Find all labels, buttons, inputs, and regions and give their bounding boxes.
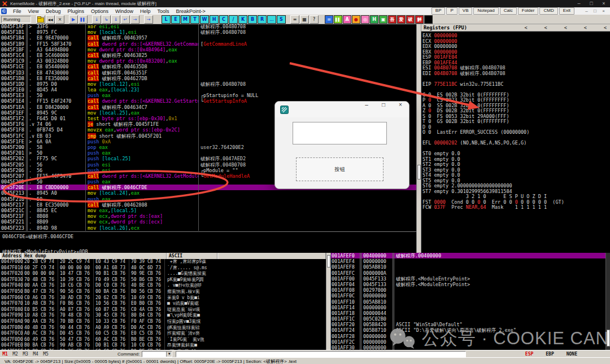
hex-dump-row[interactable]: 0047F0D060 49 CB 7650 47 CB 7660 AC CB 7… bbox=[0, 337, 326, 343]
stack-row[interactable]: 001AFF20005B8420ASCII "WinSta0\Default" bbox=[330, 322, 605, 327]
animate-over-icon[interactable]: ↵ bbox=[121, 15, 130, 24]
stack-row[interactable]: 001AFF10005AB810 bbox=[330, 299, 605, 305]
menu-plugin-button[interactable]: BP bbox=[432, 7, 446, 15]
menu-plugin-button[interactable]: P bbox=[446, 7, 457, 15]
step-into-icon[interactable]: ↓ bbox=[92, 15, 101, 24]
chevron-left-icon[interactable]: < bbox=[584, 25, 587, 30]
hex-dump-row[interactable]: 0047F0B040 4B CB 7690 44 CB 76A0 A9 CB 7… bbox=[0, 325, 326, 331]
register-line[interactable]: T 0 GS 002B 32bit 0(FFFFFFFF) bbox=[420, 119, 610, 125]
dialog-button[interactable]: 按钮 bbox=[296, 157, 384, 181]
menu-plugin-button[interactable]: Exit bbox=[559, 7, 574, 15]
disasm-row[interactable]: 0045F1C4.E8 5C460000call 破解程序.00463825 bbox=[0, 52, 416, 58]
menu-item[interactable]: Plugins bbox=[64, 8, 88, 14]
stack-scrollbar[interactable] bbox=[605, 253, 610, 350]
hex-dump-row[interactable]: 0047F060C0 A6 CB 7630 AD CB 7620 62 CB 7… bbox=[0, 295, 326, 301]
toolbar-letter-b[interactable]: B bbox=[248, 15, 257, 24]
plugin-swirl-icon[interactable]: ◎ bbox=[361, 15, 369, 24]
stack-row[interactable]: 001AFEF400000000 bbox=[330, 258, 605, 264]
toolbar-letter-/[interactable]: / bbox=[229, 15, 238, 24]
hex-dump-row[interactable]: 0047F07010 AB CB 76F0 B6 CB 7610 56 CB 7… bbox=[0, 301, 326, 307]
plugin-blue-icon[interactable]: = bbox=[325, 15, 333, 24]
flag-none[interactable]: NONE bbox=[567, 352, 577, 357]
disasm-row[interactable]: 0045F213.8945 A0mov [local.24],eax bbox=[0, 190, 416, 196]
disasm-row[interactable]: 0045F1DD.8975 D0mov [local.12],esi破解程序.0… bbox=[0, 81, 416, 87]
help-icon[interactable]: ? bbox=[310, 15, 319, 24]
mdi-minimize-icon[interactable]: – bbox=[582, 8, 591, 14]
toolbar-letter-t[interactable]: T bbox=[190, 15, 199, 24]
register-line[interactable]: O 0 LastErr ERROR_SUCCESS (00000000) bbox=[420, 130, 610, 135]
stack-row[interactable]: 001AFF040045F133破解程序.<ModuleEntryPoint> bbox=[330, 282, 605, 287]
disasm-row[interactable]: 0045F1C9.A3 00324B00mov dword ptr ds:[0x… bbox=[0, 58, 416, 64]
chevron-down-icon[interactable]: ▼ bbox=[166, 352, 172, 357]
mdi-restore-icon[interactable]: □ bbox=[591, 8, 599, 14]
stack-row[interactable]: 001AFF1400000000 bbox=[330, 305, 605, 310]
plugin-jie-icon[interactable]: 解 bbox=[415, 15, 424, 24]
menu-plugin-button[interactable]: VB bbox=[459, 7, 473, 15]
plugin-ai-icon[interactable]: 爱 bbox=[397, 15, 406, 24]
memory-tab-m4[interactable]: M4 bbox=[30, 352, 41, 357]
disasm-row[interactable]: 0045F1D3.E8 47430000call 破解程序.0046351F bbox=[0, 70, 416, 76]
stack-row[interactable]: 001AFF0800297000 bbox=[330, 287, 605, 293]
plugin-orange-dot-icon[interactable]: ● bbox=[352, 15, 360, 24]
log-list-icon[interactable]: ≡ bbox=[290, 15, 299, 24]
disasm-row[interactable]: 0045F1B1.8975 FCmov [local.1],esi破解程序.00… bbox=[0, 29, 416, 35]
register-line[interactable]: EIP 775E11BC win32u.775E11BC bbox=[420, 82, 610, 87]
chevron-left-icon[interactable]: < bbox=[524, 25, 527, 30]
stack-row[interactable]: 001AFF000045F133破解程序.<ModuleEntryPoint> bbox=[330, 276, 605, 282]
windows-grid-icon[interactable]: ▦ bbox=[300, 15, 309, 24]
registers-pane[interactable]: Registers (FPU) <<<<< EAX 00000000ECX 00… bbox=[420, 24, 610, 253]
dialog-title-bar[interactable]: – □ × bbox=[275, 102, 409, 117]
menu-plugin-button[interactable]: Folder bbox=[518, 7, 539, 15]
step-over-icon[interactable]: ↳ bbox=[102, 15, 111, 24]
toolbar-letter-m[interactable]: M bbox=[181, 15, 190, 24]
disasm-row[interactable]: 0045F216.50push eax bbox=[0, 196, 416, 202]
plugin-po-icon[interactable]: 破 bbox=[406, 15, 415, 24]
maximize-icon[interactable]: □ bbox=[585, 0, 598, 7]
stack-row[interactable]: 001AFF24005B8710ASCII "D:\吾爱破解\逆向\易语言\破解… bbox=[330, 327, 605, 333]
hex-dump-row[interactable]: 0047F0A090 AA CB 7670 BB CB 7610 33 CB 7… bbox=[0, 319, 326, 325]
dialog-minimize-icon[interactable]: – bbox=[358, 102, 375, 117]
stack-row[interactable]: 001AFF2800000000 bbox=[330, 334, 605, 339]
hex-dump-row[interactable]: 0047F09010 A8 CB 7670 48 CB 7630 45 CB 7… bbox=[0, 313, 326, 319]
disasm-row[interactable]: 0045F217.E8 EC350000call 破解程序.00462808 bbox=[0, 202, 416, 208]
menu-plugin-button[interactable]: CMD bbox=[539, 7, 557, 15]
hex-dump-row[interactable]: 0047F04000 AA CB 7610 C6 CB 76D0 C0 CB 7… bbox=[0, 283, 326, 289]
hex-dump-row[interactable]: 0047F0E0B0 BA CB 7690 AB CB 76D0 B1 CB 7… bbox=[0, 343, 326, 349]
execute-till-return-icon[interactable]: → bbox=[130, 15, 140, 24]
disasm-row[interactable]: 0045F1E0.8D45 A4lea eax,[local.23] bbox=[0, 87, 416, 93]
dump-scrollbar[interactable] bbox=[326, 253, 331, 350]
open-file-icon[interactable] bbox=[36, 15, 45, 24]
plugin-monitor-icon[interactable]: ▣ bbox=[379, 15, 387, 24]
stack-row[interactable]: 001AFEF8005AB810 bbox=[330, 264, 605, 270]
go-to-address-icon[interactable]: → bbox=[144, 15, 153, 24]
stack-row[interactable]: 001AFF0C00000000 bbox=[330, 293, 605, 299]
stack-row[interactable]: 001AFEFC0000000A bbox=[330, 270, 605, 276]
hex-dump-row[interactable]: 0047F0C0A0 AC CB 76D0 45 CB 7660 C5 CB 7… bbox=[0, 331, 326, 337]
stack-row[interactable]: 001AFF1C005C02B0 bbox=[330, 316, 605, 322]
memory-tab-m1[interactable]: M1 bbox=[0, 352, 10, 357]
mdi-close-icon[interactable]: × bbox=[599, 8, 608, 14]
dialog-edit-box[interactable] bbox=[293, 122, 387, 144]
menu-item[interactable]: Debug bbox=[42, 8, 64, 14]
plugin-green-pause-icon[interactable]: ▌▌ bbox=[334, 15, 342, 24]
toolbar-letter-r[interactable]: R bbox=[258, 15, 267, 24]
close-program-icon[interactable]: × bbox=[55, 15, 64, 24]
disasm-row[interactable]: 0045F1AF>33F6xor esi,esi破解程序.004B0708 bbox=[0, 24, 416, 29]
memory-tab-m2[interactable]: M2 bbox=[10, 352, 20, 357]
pause-icon[interactable]: ▌▌ bbox=[79, 15, 88, 24]
stack-row[interactable]: 001AFF2C00000000 bbox=[330, 339, 605, 345]
toolbar-letter-...[interactable]: ... bbox=[267, 15, 276, 24]
command-input[interactable] bbox=[176, 351, 466, 357]
chevron-left-icon[interactable]: < bbox=[564, 25, 567, 30]
disasm-row[interactable]: 0045F1CE.E8 05440000call 破解程序.004635D8 bbox=[0, 64, 416, 69]
toolbar-letter-s[interactable]: S bbox=[277, 15, 286, 24]
disassembly-scrollbar[interactable] bbox=[416, 24, 421, 253]
run-icon[interactable]: ▶ bbox=[69, 15, 78, 24]
chevron-left-icon[interactable]: < bbox=[604, 25, 607, 30]
command-history-combo[interactable]: ▼ bbox=[142, 351, 172, 357]
chevron-left-icon[interactable]: < bbox=[544, 25, 547, 30]
stack-pane[interactable]: 001AFEF000400000破解程序.00400000001AFEF4000… bbox=[330, 253, 605, 350]
disasm-row[interactable]: 0045F1BF.A3 64494B00mov dword ptr ds:[0x… bbox=[0, 47, 416, 52]
flag-ebp[interactable]: EBP bbox=[546, 352, 554, 357]
disasm-row[interactable]: 0045F1E3.50push eax┌pStartupinfo = NULL bbox=[0, 93, 416, 98]
